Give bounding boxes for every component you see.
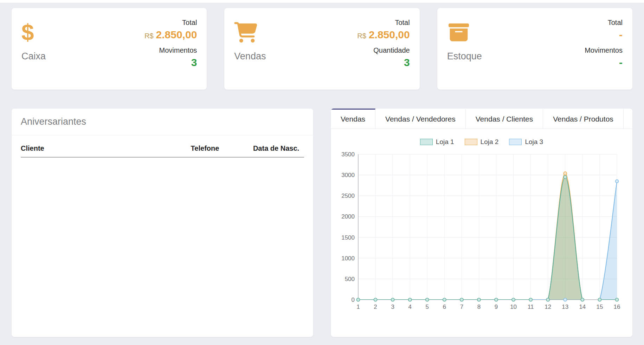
legend-swatch-loja-3 (509, 139, 522, 145)
top-bar (0, 0, 644, 3)
tab-vendas-produtos[interactable]: Vendas / Produtos (543, 109, 624, 129)
svg-text:10: 10 (510, 304, 517, 310)
legend-item-loja-3[interactable]: Loja 3 (509, 138, 543, 146)
legend-item-loja-1[interactable]: Loja 1 (420, 138, 454, 146)
caixa-card-title: Caixa (21, 51, 95, 62)
svg-text:16: 16 (614, 304, 620, 310)
svg-text:4: 4 (408, 304, 411, 310)
caixa-card: $ Caixa Total R$2.850,00 Movimentos 3 (12, 8, 207, 90)
aniversariantes-title: Aniversariantes (12, 109, 313, 135)
caixa-total-value: R$2.850,00 (95, 29, 197, 41)
svg-text:500: 500 (345, 276, 355, 282)
currency-prefix: R$ (144, 32, 154, 40)
legend-swatch-loja-2 (465, 139, 477, 145)
svg-text:2500: 2500 (341, 193, 355, 199)
currency-prefix: R$ (357, 32, 366, 40)
dollar-sign-icon: $ (21, 17, 95, 47)
estoque-movimentos-label: Movimentos (521, 46, 623, 54)
svg-text:1000: 1000 (341, 255, 355, 262)
svg-text:3: 3 (391, 304, 394, 310)
svg-text:9: 9 (495, 304, 498, 310)
aniversariantes-table: Cliente Telefone Data de Nasc. (21, 144, 304, 157)
svg-text:15: 15 (596, 304, 603, 310)
tab-vendas[interactable]: Vendas (331, 109, 375, 129)
svg-text:14: 14 (579, 304, 586, 310)
legend-item-loja-2[interactable]: Loja 2 (465, 138, 499, 146)
svg-text:5: 5 (426, 304, 429, 310)
vendas-quantidade-label: Quantidade (308, 46, 410, 54)
dashboard: $ Caixa Total R$2.850,00 Movimentos 3 Ve… (0, 3, 644, 337)
column-header-cliente: Cliente (21, 144, 191, 157)
svg-text:1500: 1500 (341, 234, 355, 241)
svg-text:8: 8 (477, 304, 481, 310)
svg-text:12: 12 (545, 304, 551, 310)
tab-vendas-vendedores[interactable]: Vendas / Vendedores (375, 109, 466, 129)
tab-vendas-clientes[interactable]: Vendas / Clientes (466, 109, 543, 129)
column-header-telefone: Telefone (191, 144, 253, 157)
svg-text:11: 11 (528, 304, 534, 310)
column-header-data-nasc: Data de Nasc. (253, 144, 304, 157)
legend-swatch-loja-1 (420, 139, 433, 145)
caixa-total-label: Total (95, 19, 197, 27)
sales-chart: 0500100015002000250030003500123456789101… (336, 149, 624, 314)
vendas-quantidade-value: 3 (308, 57, 410, 69)
caixa-movimentos-label: Movimentos (95, 46, 197, 54)
svg-text:13: 13 (562, 304, 568, 310)
box-icon (447, 17, 521, 47)
vendas-card-title: Vendas (234, 51, 308, 62)
svg-text:3000: 3000 (341, 172, 355, 178)
svg-text:0: 0 (352, 297, 355, 303)
svg-text:1: 1 (356, 304, 360, 310)
sales-panel-card: Vendas Vendas / Vendedores Vendas / Clie… (331, 109, 632, 337)
estoque-total-label: Total (521, 19, 623, 27)
shopping-cart-icon (234, 17, 308, 47)
vendas-total-value: R$2.850,00 (308, 29, 410, 41)
estoque-card-title: Estoque (447, 51, 521, 62)
sales-tabs: Vendas Vendas / Vendedores Vendas / Clie… (331, 109, 632, 129)
caixa-movimentos-value: 3 (95, 57, 197, 69)
svg-text:2: 2 (374, 304, 377, 310)
svg-text:7: 7 (460, 304, 463, 310)
estoque-card: Estoque Total - Movimentos - (437, 8, 632, 90)
estoque-movimentos-value: - (521, 57, 623, 69)
aniversariantes-card: Aniversariantes Cliente Telefone Data de… (12, 109, 313, 337)
vendas-total-label: Total (308, 19, 410, 27)
vendas-card: Vendas Total R$2.850,00 Quantidade 3 (224, 8, 419, 90)
chart-legend: Loja 1 Loja 2 Loja 3 (336, 138, 627, 146)
stat-cards-row: $ Caixa Total R$2.850,00 Movimentos 3 Ve… (12, 8, 632, 90)
svg-text:6: 6 (443, 304, 446, 310)
estoque-total-value: - (521, 29, 623, 41)
svg-text:3500: 3500 (341, 151, 355, 158)
svg-text:2000: 2000 (341, 213, 355, 220)
